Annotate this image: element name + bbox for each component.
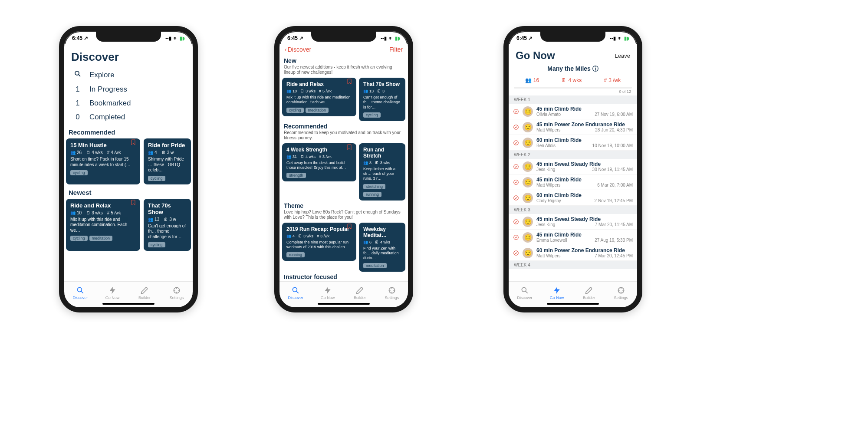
card-description: Short on time? Pack in four 15 minute ri…: [70, 157, 136, 168]
leave-button[interactable]: Leave: [615, 53, 630, 59]
menu-item-in-progress[interactable]: 1In Progress: [64, 82, 193, 96]
signal-icon: ▪▪▮: [381, 36, 387, 41]
home-indicator: [102, 303, 155, 305]
tag: stretching: [363, 184, 385, 189]
tab-settings[interactable]: Settings: [161, 282, 193, 307]
challenge-card[interactable]: Ride and Relax👥10🗓3 wks#5 /wkMix it up w…: [66, 199, 140, 251]
menu-label: Explore: [89, 71, 115, 79]
section-header: NewOur five newest additions - keep it f…: [279, 56, 408, 76]
tab-settings[interactable]: Settings: [376, 282, 408, 307]
tag: cycling: [70, 236, 88, 241]
tab-discover[interactable]: Discover: [64, 282, 96, 307]
progress-label: 0 of 12: [509, 89, 637, 95]
card-meta: 👥4🗓3 w: [148, 150, 187, 155]
challenge-title: Many the Miles ⓘ: [509, 63, 637, 75]
tag: meditation: [363, 263, 387, 268]
screen: Discover Explore1In Progress1Bookmarked0…: [64, 44, 193, 281]
people-icon: 👥: [70, 210, 76, 215]
card-meta: 👥13🗓3 w: [148, 217, 187, 222]
bookmark-icon[interactable]: [347, 78, 352, 85]
menu-label: Bookmarked: [89, 99, 131, 108]
challenge-card[interactable]: 4 Week Strength👥31🗓4 wks#3 /wkGet away f…: [282, 143, 356, 182]
challenge-card[interactable]: That 70s Show👥13🗓3Can't get enough of th…: [359, 78, 405, 121]
section-description: Love hip hop? Love 80s Rock? Can't get e…: [284, 210, 404, 220]
tag: meditation: [306, 108, 329, 113]
calendar-icon: 🗓: [86, 210, 90, 215]
card-title: 15 Min Hustle: [70, 142, 136, 148]
tab-settings[interactable]: Settings: [605, 282, 637, 307]
workout-row[interactable]: 🙂45 min Power Zone Endurance RideMatt Wi…: [509, 119, 637, 135]
instructor-avatar: 🙂: [523, 232, 533, 243]
card-description: Can't get enough of th… theme challenge …: [363, 95, 401, 110]
menu-label: In Progress: [89, 85, 127, 94]
phone-discover: 6:45 ↗ ▪▪▮ᯤ▮◗ Discover Explore1In Progre…: [59, 26, 198, 312]
svg-point-15: [514, 235, 519, 240]
bookmark-icon[interactable]: [131, 138, 136, 146]
signal-icon: ▪▪▮: [610, 36, 616, 41]
card-description: Mix it up with this ride and meditation …: [286, 95, 352, 105]
back-button[interactable]: ‹ Discover: [285, 46, 311, 53]
hash-icon: #: [107, 150, 110, 155]
calendar-icon: 🗓: [300, 89, 304, 93]
workout-row[interactable]: 🙂45 min Sweat Steady RideJess King7 Mar …: [509, 214, 637, 230]
calendar-icon: 🗓: [300, 155, 304, 159]
workout-row[interactable]: 🙂60 min Climb RideCody Rigsby2 Nov 19, 1…: [509, 190, 637, 206]
people-icon: 👥: [286, 155, 291, 159]
home-indicator: [547, 303, 599, 305]
workout-title: 60 min Climb Ride: [536, 137, 633, 143]
phone-gonow: 6:45 ↗ ▪▪▮ᯤ▮◗ Go Now Leave Many the Mile…: [503, 26, 642, 312]
chevron-left-icon: ‹: [285, 46, 287, 53]
section-header: RecommendedRecommended to keep you motiv…: [279, 121, 408, 141]
bookmark-icon[interactable]: [347, 143, 352, 151]
people-icon: 👥: [286, 234, 291, 238]
challenge-card[interactable]: Ride and Relax👥10🗓3 wks#5 /wkMix it up w…: [282, 78, 356, 116]
challenge-card[interactable]: Run and Stretch👥8🗓3 wksKeep limber with …: [359, 143, 405, 201]
workout-date: 7 Mar 20, 12:45 PM: [595, 253, 633, 258]
workout-row[interactable]: 🙂45 min Climb RideEmma Lovewell27 Aug 19…: [509, 230, 637, 245]
tab-discover[interactable]: Discover: [279, 282, 312, 307]
workout-row[interactable]: 🙂60 min Climb RideBen Alldis10 Nov 19, 1…: [509, 135, 637, 151]
wifi-icon: ᯤ: [173, 36, 178, 41]
section-title: Theme: [284, 202, 404, 209]
challenge-card[interactable]: Weekday Meditat…👥6🗓4 wksFind your Zen wi…: [359, 223, 405, 272]
tab-discover[interactable]: Discover: [509, 282, 541, 307]
workout-title: 60 min Power Zone Endurance Ride: [536, 247, 633, 253]
notch: [311, 31, 376, 42]
card-title: That 70s Show: [148, 202, 187, 215]
checkmark-icon: [513, 195, 519, 201]
challenge-card[interactable]: That 70s Show👥13🗓3 wCan't get enough of …: [144, 199, 191, 251]
checkmark-icon: [513, 219, 519, 225]
bookmark-icon[interactable]: [347, 223, 352, 230]
workout-date: 28 Jun 20, 4:30 PM: [595, 128, 633, 132]
challenge-card[interactable]: 15 Min Hustle👥26🗓4 wks#4 /wkShort on tim…: [66, 138, 140, 184]
workout-row[interactable]: 🙂45 min Climb RideMatt Wilpers6 Mar 20, …: [509, 174, 637, 190]
menu-item-completed[interactable]: 0Completed: [64, 110, 193, 124]
card-meta: 👥6🗓4 wks: [363, 240, 401, 244]
menu-item-bookmarked[interactable]: 1Bookmarked: [64, 96, 193, 110]
page-title: Go Now: [516, 49, 555, 62]
instructor-name: Matt Wilpers: [536, 253, 561, 258]
svg-line-3: [81, 291, 83, 293]
filter-button[interactable]: Filter: [389, 46, 403, 53]
instructor-avatar: 🙂: [523, 138, 533, 148]
checkmark-icon: [513, 108, 519, 115]
workout-row[interactable]: 🙂45 min Climb RideOlivia Amato27 Nov 19,…: [509, 104, 637, 119]
challenge-card[interactable]: Ride for Pride👥4🗓3 wShimmy with Pride … …: [144, 138, 191, 184]
svg-line-1: [79, 75, 80, 76]
card-description: Keep limber with a str… each of your run…: [363, 167, 401, 181]
svg-point-11: [514, 164, 519, 169]
workout-row[interactable]: 🙂60 min Power Zone Endurance RideMatt Wi…: [509, 245, 637, 261]
challenge-card[interactable]: 2019 Run Recap: Popular👥4🗓3 wks#3 /wkCom…: [282, 223, 356, 261]
card-meta: 👥8🗓3 wks: [363, 161, 401, 165]
people-icon: 👥: [70, 150, 76, 155]
menu-item-explore[interactable]: Explore: [64, 67, 193, 82]
svg-point-17: [522, 287, 526, 292]
phone-explore: 6:45 ↗ ▪▪▮ᯤ▮◗ ‹ Discover Filter NewOur f…: [274, 26, 413, 312]
instructor-name: Emma Lovewell: [536, 238, 567, 243]
card-meta: 👥4🗓3 wks#3 /wk: [286, 234, 352, 238]
bookmark-icon[interactable]: [131, 199, 136, 207]
workout-row[interactable]: 🙂45 min Sweat Steady RideJess King30 Nov…: [509, 159, 637, 174]
workout-date: 10 Nov 19, 10:00 AM: [592, 143, 633, 148]
instructor-name: Jess King: [536, 222, 555, 227]
tab-label: Builder: [354, 296, 366, 300]
